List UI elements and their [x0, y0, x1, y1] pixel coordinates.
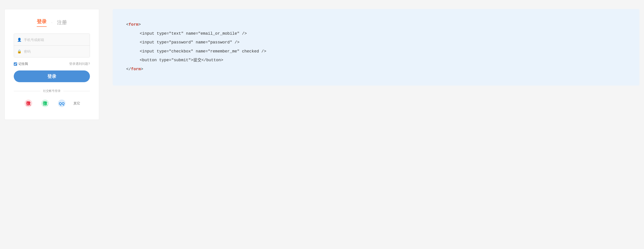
- code-line-button-submit: <button type="submit">提交</button>: [126, 56, 626, 65]
- login-card: 登录 · 注册 👤 🔒 记住我 登录遇到问题? 登录 社交帐号登录 微: [4, 9, 99, 120]
- divider-line-left: [14, 91, 40, 91]
- code-line-input-checkbox: <input type="checkbox" name="remember_me…: [126, 47, 626, 56]
- social-divider: 社交帐号登录: [14, 89, 90, 93]
- svg-text:QQ: QQ: [59, 102, 65, 106]
- remember-me-label[interactable]: 记住我: [14, 62, 28, 66]
- password-input-row: 🔒: [14, 45, 90, 57]
- tab-dot: ·: [51, 20, 52, 25]
- svg-text:微: 微: [26, 101, 31, 106]
- code-panel: <form> <input type="text" name="email_or…: [113, 9, 640, 86]
- weibo-icon[interactable]: 微: [24, 98, 33, 108]
- social-label: 社交帐号登录: [43, 89, 60, 93]
- code-line-form-close: </form>: [126, 65, 626, 74]
- qq-icon[interactable]: QQ: [57, 98, 67, 108]
- tab-register[interactable]: 注册: [57, 19, 67, 26]
- social-icons: 微 微 QQ 其它: [14, 98, 90, 108]
- login-button[interactable]: 登录: [14, 70, 90, 82]
- lock-icon: 🔒: [17, 49, 22, 54]
- tabs: 登录 · 注册: [14, 18, 90, 27]
- credentials-input-group: 👤 🔒: [14, 33, 90, 57]
- code-line-input-email: <input type="text" name="email_or_mobile…: [126, 29, 626, 38]
- other-link[interactable]: 其它: [74, 101, 80, 106]
- remember-me-checkbox[interactable]: [14, 62, 17, 66]
- wechat-icon[interactable]: 微: [40, 98, 50, 108]
- forgot-link[interactable]: 登录遇到问题?: [69, 62, 90, 66]
- phone-input[interactable]: [24, 38, 86, 42]
- phone-input-row: 👤: [14, 34, 90, 45]
- user-icon: 👤: [17, 38, 22, 42]
- svg-text:微: 微: [42, 101, 48, 106]
- tab-login[interactable]: 登录: [37, 18, 47, 27]
- code-line-form-open: <form>: [126, 20, 626, 29]
- code-line-input-password: <input type="password" name="password" /…: [126, 38, 626, 47]
- password-input[interactable]: [24, 49, 86, 53]
- divider-line-right: [63, 91, 90, 91]
- options-row: 记住我 登录遇到问题?: [14, 62, 90, 66]
- remember-me-text: 记住我: [18, 62, 28, 66]
